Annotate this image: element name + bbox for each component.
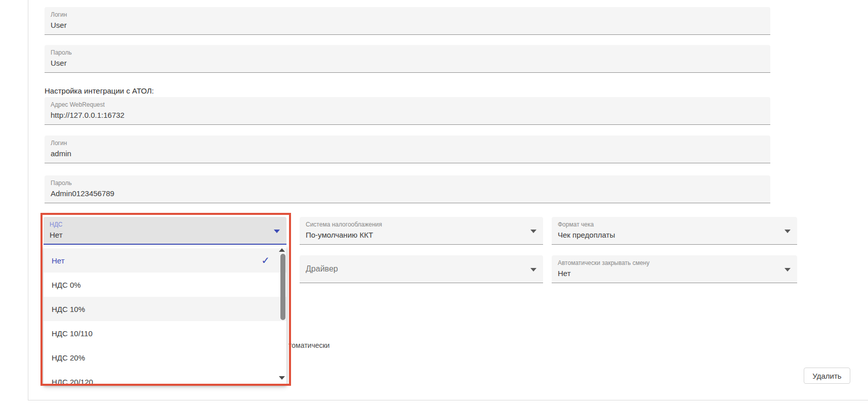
login-field-1[interactable]: Логин User	[45, 7, 770, 35]
nds-option-0-label: НДС 0%	[52, 281, 81, 289]
nds-select-label: НДС	[50, 221, 62, 228]
receipt-format-select-value: Чек предоплаты	[558, 231, 615, 239]
nds-option-10[interactable]: НДС 10%	[44, 297, 286, 321]
login-field-1-label: Логин	[51, 11, 67, 18]
nds-option-20-label: НДС 20%	[52, 353, 85, 362]
driver-select-label: Драйвер	[306, 264, 338, 274]
chevron-down-icon	[784, 268, 791, 272]
login-field-2[interactable]: Логин admin	[45, 136, 770, 163]
chevron-down-icon	[784, 230, 791, 233]
nds-dropdown-menu: Нет ✓ НДС 0% НДС 10% НДС 10/110 НДС 20% …	[44, 246, 286, 385]
nds-select[interactable]: НДС Нет	[44, 217, 286, 245]
nds-option-20[interactable]: НДС 20%	[44, 345, 286, 370]
nds-option-10-110[interactable]: НДС 10/110	[44, 321, 286, 345]
scroll-up-icon[interactable]	[279, 248, 285, 252]
menu-scrollbar[interactable]	[280, 254, 285, 320]
password-field-1[interactable]: Пароль User	[45, 45, 770, 73]
scroll-down-icon[interactable]	[279, 376, 285, 380]
password-field-1-label: Пароль	[51, 49, 72, 56]
nds-option-20-120-label: НДС 20/120	[52, 378, 93, 386]
login-field-2-label: Логин	[51, 140, 67, 147]
check-icon: ✓	[261, 254, 270, 266]
nds-option-net-label: Нет	[52, 256, 65, 265]
auto-close-shift-select-label: Автоматически закрывать смену	[558, 259, 649, 266]
login-field-2-value: admin	[51, 149, 71, 158]
auto-close-shift-select-value: Нет	[558, 269, 571, 278]
webrequest-address-value: http://127.0.0.1:16732	[51, 111, 125, 119]
card-bottom-border	[28, 400, 868, 400]
card-left-border	[28, 0, 28, 400]
receipt-format-select[interactable]: Формат чека Чек предоплаты	[552, 217, 797, 245]
nds-option-net[interactable]: Нет ✓	[44, 248, 286, 273]
driver-select[interactable]: Драйвер	[300, 255, 543, 283]
receipt-format-select-label: Формат чека	[558, 221, 594, 228]
obscured-checkbox-label: томатически	[288, 341, 329, 349]
nds-option-10-label: НДС 10%	[52, 305, 85, 313]
webrequest-address-field[interactable]: Адрес WebRequest http://127.0.0.1:16732	[45, 97, 770, 125]
password-field-2-value: Admin0123456789	[51, 189, 114, 198]
tax-system-select[interactable]: Система налогооблажения По-умолчанию ККТ	[300, 217, 543, 245]
login-field-1-value: User	[51, 21, 67, 29]
password-field-2[interactable]: Пароль Admin0123456789	[45, 175, 770, 203]
password-field-2-label: Пароль	[51, 179, 72, 187]
chevron-down-icon	[530, 268, 536, 272]
webrequest-address-label: Адрес WebRequest	[51, 101, 105, 108]
chevron-down-icon	[274, 230, 280, 233]
tax-system-select-value: По-умолчанию ККТ	[306, 231, 373, 239]
settings-page: Логин User Пароль User Настройка интегра…	[0, 0, 868, 406]
auto-close-shift-select[interactable]: Автоматически закрывать смену Нет	[552, 255, 797, 283]
nds-option-20-120[interactable]: НДС 20/120	[44, 370, 286, 385]
nds-option-10-110-label: НДС 10/110	[52, 329, 93, 338]
delete-button[interactable]: Удалить	[804, 368, 850, 384]
chevron-down-icon	[530, 230, 536, 233]
nds-select-value: Нет	[50, 231, 63, 239]
atol-section-header: Настройка интеграции с АТОЛ:	[45, 86, 154, 95]
tax-system-select-label: Система налогооблажения	[306, 221, 382, 228]
nds-option-0[interactable]: НДС 0%	[44, 273, 286, 297]
password-field-1-value: User	[51, 59, 67, 67]
